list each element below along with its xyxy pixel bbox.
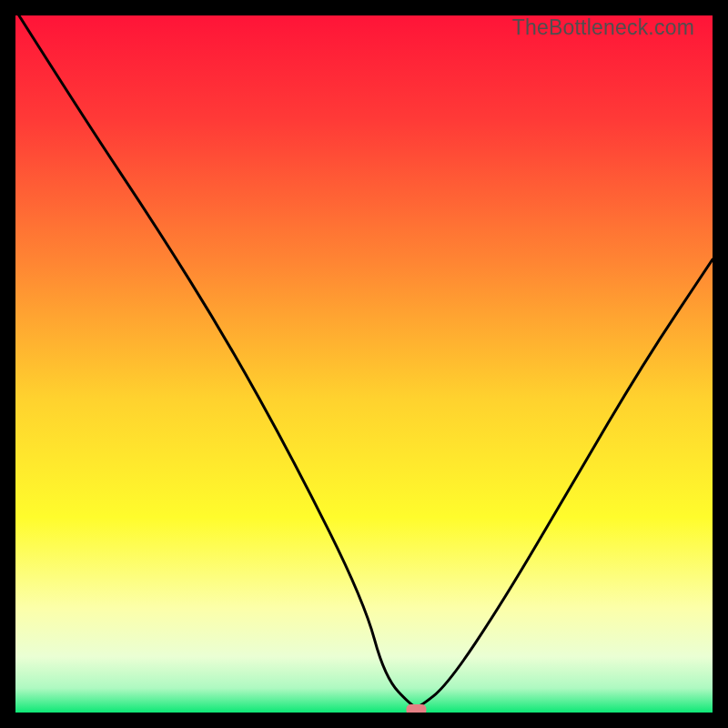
plot-area: TheBottleneck.com bbox=[15, 15, 713, 713]
chart-frame: TheBottleneck.com bbox=[0, 0, 728, 728]
optimum-marker bbox=[406, 704, 426, 713]
watermark-text: TheBottleneck.com bbox=[512, 15, 694, 40]
bottleneck-chart-svg bbox=[15, 15, 713, 713]
